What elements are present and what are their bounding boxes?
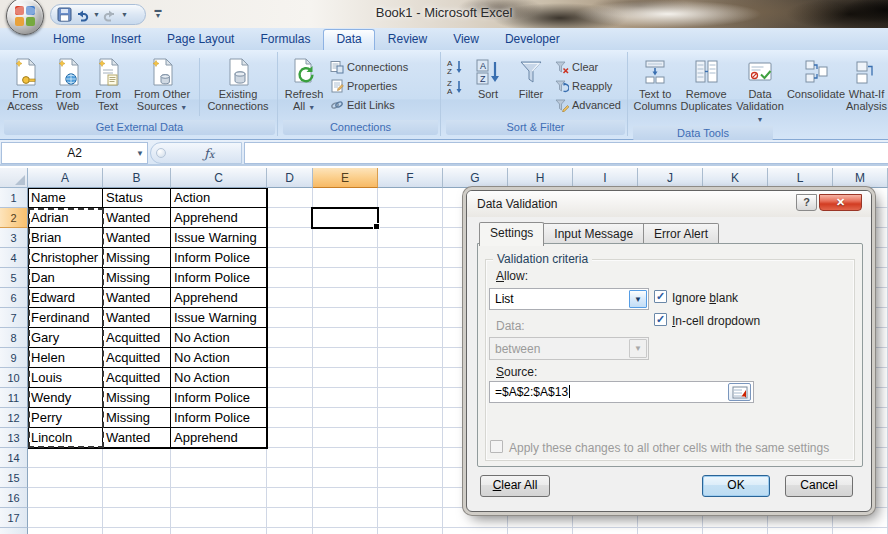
cell-E10[interactable] [313,368,378,388]
clear-all-button[interactable]: Clear All [480,475,550,497]
row-header-17[interactable]: 17 [0,508,28,528]
cell-J18[interactable] [638,528,703,534]
cell-D11[interactable] [267,388,313,408]
cell-A18[interactable] [28,528,103,534]
cell-D2[interactable] [267,208,313,228]
cell-C4[interactable]: Inform Police [171,248,267,268]
row-header-2[interactable]: 2 [0,208,28,228]
name-box-dropdown-arrow[interactable]: ▼ [136,149,144,158]
cell-B16[interactable] [103,488,171,508]
row-header-14[interactable]: 14 [0,448,28,468]
cell-E13[interactable] [313,428,378,448]
edit-links-button[interactable]: Edit Links [327,96,411,113]
cell-E9[interactable] [313,348,378,368]
cell-F17[interactable] [378,508,443,528]
collapse-dialog-button[interactable] [728,383,751,401]
connections-button[interactable]: Connections [327,58,411,75]
data-validation-button[interactable]: Data Validation ▼ [733,54,787,126]
cell-B3[interactable]: Wanted [103,228,171,248]
cell-C7[interactable]: Issue Warning [171,308,267,328]
column-header-F[interactable]: F [378,168,443,188]
cell-B6[interactable]: Wanted [103,288,171,308]
cell-E18[interactable] [313,528,378,534]
cell-E7[interactable] [313,308,378,328]
cell-F2[interactable] [378,208,443,228]
cell-E8[interactable] [313,328,378,348]
cell-E16[interactable] [313,488,378,508]
properties-button[interactable]: Properties [327,77,411,94]
cell-F7[interactable] [378,308,443,328]
cell-L18[interactable] [768,528,833,534]
sort-z-to-a-button[interactable]: Z A [446,78,464,95]
cell-F11[interactable] [378,388,443,408]
tab-error-alert[interactable]: Error Alert [644,223,719,244]
column-header-G[interactable]: G [443,168,508,188]
cell-C6[interactable]: Apprehend [171,288,267,308]
tab-developer[interactable]: Developer [492,29,573,50]
cell-D15[interactable] [267,468,313,488]
from-other-sources-button[interactable]: From Other Sources ▼ [128,54,196,114]
row-header-9[interactable]: 9 [0,348,28,368]
cell-D10[interactable] [267,368,313,388]
cell-G18[interactable] [443,528,508,534]
remove-duplicates-button[interactable]: Remove Duplicates [679,54,733,112]
cell-C3[interactable]: Issue Warning [171,228,267,248]
formula-input[interactable] [244,142,888,164]
cell-A17[interactable] [28,508,103,528]
cell-F13[interactable] [378,428,443,448]
column-header-L[interactable]: L [768,168,833,188]
tab-data[interactable]: Data [323,29,374,50]
row-header-10[interactable]: 10 [0,368,28,388]
cell-A11[interactable]: Wendy [28,388,103,408]
cell-C17[interactable] [171,508,267,528]
name-box[interactable]: A2 ▼ [1,142,148,164]
from-access-button[interactable]: From Access [2,54,48,112]
allow-dropdown-arrow[interactable]: ▼ [629,290,647,308]
cell-E12[interactable] [313,408,378,428]
cell-E4[interactable] [313,248,378,268]
ok-button[interactable]: OK [702,475,770,497]
cell-H18[interactable] [508,528,573,534]
cell-D13[interactable] [267,428,313,448]
cell-E17[interactable] [313,508,378,528]
cell-B2[interactable]: Wanted [103,208,171,228]
cell-F16[interactable] [378,488,443,508]
cell-E15[interactable] [313,468,378,488]
row-header-4[interactable]: 4 [0,248,28,268]
cell-F5[interactable] [378,268,443,288]
advanced-filter-button[interactable]: Advanced [552,96,624,113]
cell-A12[interactable]: Perry [28,408,103,428]
row-header-1[interactable]: 1 [0,188,28,208]
cell-F12[interactable] [378,408,443,428]
column-header-I[interactable]: I [573,168,638,188]
sort-button[interactable]: A Z Sort [466,54,510,100]
column-header-A[interactable]: A [28,168,103,188]
cell-D16[interactable] [267,488,313,508]
cell-B13[interactable]: Wanted [103,428,171,448]
cell-D14[interactable] [267,448,313,468]
cell-C11[interactable]: Inform Police [171,388,267,408]
cell-E14[interactable] [313,448,378,468]
cell-D8[interactable] [267,328,313,348]
column-header-H[interactable]: H [508,168,573,188]
cell-C15[interactable] [171,468,267,488]
column-header-B[interactable]: B [103,168,171,188]
tab-page-layout[interactable]: Page Layout [154,29,247,50]
column-header-D[interactable]: D [267,168,313,188]
cell-F1[interactable] [378,188,443,208]
sort-a-to-z-button[interactable]: A Z [446,58,464,75]
cell-C1[interactable]: Action [171,188,267,208]
cell-A2[interactable]: Adrian [28,208,103,228]
cell-B11[interactable]: Missing [103,388,171,408]
tab-input-message[interactable]: Input Message [544,223,644,244]
column-header-M[interactable]: M [833,168,888,188]
cell-I18[interactable] [573,528,638,534]
ignore-blank-checkbox[interactable]: ✓ [654,290,667,303]
tab-settings[interactable]: Settings [479,222,544,246]
cell-B7[interactable]: Wanted [103,308,171,328]
cell-F3[interactable] [378,228,443,248]
tab-insert[interactable]: Insert [98,29,154,50]
select-all-button[interactable] [0,168,28,188]
in-cell-dropdown-checkbox[interactable]: ✓ [654,313,667,326]
cell-E2[interactable] [313,208,378,228]
